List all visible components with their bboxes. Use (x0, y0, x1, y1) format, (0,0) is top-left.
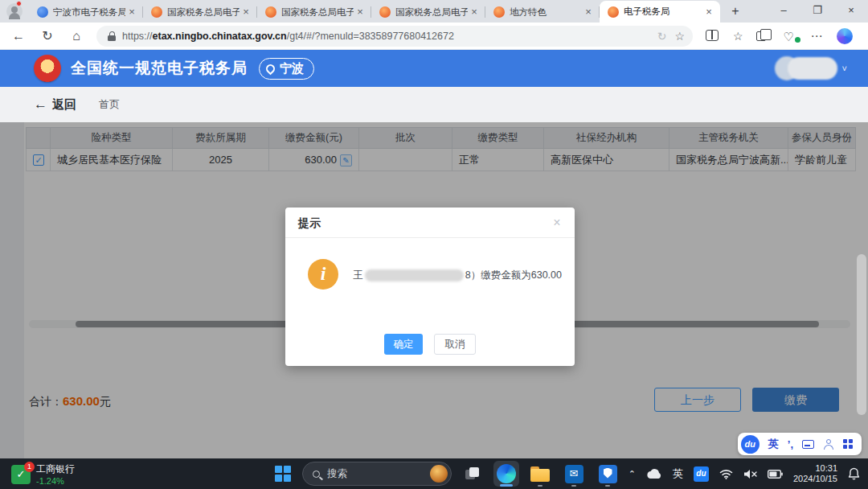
tab-favicon (265, 6, 276, 18)
dialog-footer: 确定 取消 (285, 334, 575, 355)
wifi-icon[interactable] (719, 469, 733, 479)
national-emblem-logo (34, 55, 61, 82)
back-button[interactable]: ← (8, 26, 29, 47)
system-tray: ⌃ 英 du 10:31 2024/10/15 (628, 458, 860, 489)
search-placeholder: 搜索 (327, 467, 430, 481)
collections-icon[interactable] (756, 30, 771, 43)
breadcrumb-home[interactable]: 首页 (99, 97, 120, 112)
tray-clock[interactable]: 10:31 2024/10/15 (793, 463, 837, 484)
tabs-container: 宁波市电子税务局_首 × 国家税务总局电子税 × 国家税务总局电子税 × 国家税… (29, 0, 746, 23)
stock-change: -1.24% (36, 476, 75, 486)
baidu-ime-logo[interactable]: du (741, 435, 760, 454)
profile-person-icon (11, 6, 18, 13)
tray-baidu-ime-icon[interactable]: du (694, 466, 709, 482)
tab-label: 国家税务总局电子税 (167, 6, 240, 18)
page-back-button[interactable]: ← 返回 (34, 97, 76, 113)
tab-sat-etax-1[interactable]: 国家税务总局电子税 × (143, 2, 257, 23)
dialog-title: 提示 (298, 216, 321, 231)
tab-label: 电子税务局 (624, 6, 702, 18)
tab-close-icon[interactable]: × (125, 6, 138, 18)
start-button[interactable] (275, 466, 291, 482)
stock-name: 工商银行 (36, 462, 75, 476)
tab-sat-etax-2[interactable]: 国家税务总局电子税 × (257, 2, 371, 23)
tab-label: 国家税务总局电子税 (281, 6, 354, 18)
tab-ningbo-etax[interactable]: 宁波市电子税务局_首 × (29, 2, 143, 23)
region-badge[interactable]: 宁波 (259, 58, 314, 80)
favorites-icon[interactable]: ☆ (733, 30, 743, 43)
ime-account-icon[interactable] (823, 439, 834, 450)
address-bar[interactable]: https://etax.ningbo.chinatax.gov.cn/gt4/… (96, 26, 693, 47)
ime-language-mode[interactable]: 英 (768, 437, 779, 451)
tab-favicon (379, 6, 391, 18)
window-controls: – ❐ × (767, 0, 868, 23)
chevron-down-icon: ˅ (842, 64, 847, 73)
close-window-button[interactable]: × (834, 0, 868, 23)
tab-label: 国家税务总局电子税 (395, 6, 468, 18)
tab-favicon (151, 6, 162, 18)
bookmark-star-icon[interactable]: ☆ (674, 30, 685, 43)
tab-close-icon[interactable]: × (582, 6, 595, 18)
lock-icon (108, 31, 116, 41)
vertical-scrollbar-thumb[interactable] (857, 254, 866, 415)
split-screen-icon[interactable] (706, 30, 720, 43)
tab-favicon (493, 6, 505, 18)
profile-notification-dot (16, 1, 22, 6)
user-account-menu[interactable]: ˅ (775, 56, 847, 80)
browser-essentials-icon[interactable]: ♡ (784, 30, 798, 43)
tray-ime-language[interactable]: 英 (673, 466, 683, 481)
hidden-icons-chevron[interactable]: ⌃ (628, 469, 636, 479)
tab-close-icon[interactable]: × (354, 6, 366, 18)
tab-sat-etax-3[interactable]: 国家税务总局电子税 × (371, 2, 485, 23)
tray-time: 10:31 (793, 463, 837, 474)
restore-button[interactable]: ❐ (800, 0, 834, 23)
ime-menu-grid-icon[interactable] (843, 439, 854, 450)
dialog-close-icon[interactable]: × (549, 215, 565, 231)
cancel-button[interactable]: 取消 (434, 334, 476, 355)
home-button[interactable]: ⌂ (66, 26, 87, 47)
user-name-redacted (788, 57, 837, 80)
info-icon: i (308, 259, 338, 290)
volume-muted-icon[interactable] (743, 469, 757, 479)
location-pin-icon (264, 62, 277, 75)
dialog-body: i 王 8）缴费金额为630.00 (285, 238, 575, 327)
page-content: ← 返回 首页 险种类型 费款所属期 缴费金额(元) 批次 缴费类型 (0, 87, 868, 458)
stock-widget-icon: ✓ 1 (11, 465, 31, 484)
edge-app-icon[interactable] (493, 461, 519, 487)
page-action-icon[interactable]: ↻ (657, 30, 667, 43)
new-tab-button[interactable]: + (725, 2, 746, 23)
windows-taskbar: ✓ 1 工商银行 -1.24% 搜索 ✉ ⌃ 英 du (0, 458, 868, 489)
tab-label: 地方特色 (510, 6, 582, 18)
tab-etax-active[interactable]: 电子税务局 × (600, 1, 720, 23)
tab-close-icon[interactable]: × (702, 6, 715, 18)
tray-date: 2024/10/15 (793, 474, 837, 484)
settings-menu-icon[interactable]: ⋯ (811, 29, 824, 43)
search-highlight-image (430, 465, 448, 483)
taskbar-app-icons: ✉ (460, 461, 620, 487)
toolbar-right-icons: ☆ ♡ ⋯ (706, 28, 853, 44)
minimize-button[interactable]: – (767, 0, 800, 23)
tab-favicon (37, 6, 48, 18)
onedrive-cloud-icon[interactable] (646, 469, 662, 479)
tab-close-icon[interactable]: × (240, 6, 252, 18)
site-title: 全国统一规范电子税务局 (71, 58, 248, 79)
copilot-icon[interactable] (837, 28, 853, 44)
outlook-app-icon[interactable]: ✉ (561, 461, 587, 487)
notifications-bell-icon[interactable] (848, 467, 860, 480)
confirm-button[interactable]: 确定 (384, 334, 423, 355)
baidu-ime-toolbar: du 英 ’, (738, 433, 862, 455)
tab-close-icon[interactable]: × (468, 6, 481, 18)
ime-punctuation-toggle[interactable]: ’, (788, 438, 793, 450)
screen: 宁波市电子税务局_首 × 国家税务总局电子税 × 国家税务总局电子税 × 国家税… (0, 0, 868, 489)
reload-button[interactable]: ↻ (37, 26, 58, 47)
browser-toolbar: ← ↻ ⌂ https://etax.ningbo.chinatax.gov.c… (0, 23, 868, 50)
dialog-header: 提示 × (285, 208, 575, 238)
taskbar-search-box[interactable]: 搜索 (302, 462, 452, 486)
file-explorer-icon[interactable] (527, 461, 553, 487)
tab-local-features[interactable]: 地方特色 × (485, 2, 600, 23)
taskbar-widget-stock[interactable]: ✓ 1 工商银行 -1.24% (11, 462, 75, 486)
ime-keyboard-icon[interactable] (802, 440, 814, 449)
security-app-icon[interactable] (595, 461, 620, 487)
battery-icon[interactable] (768, 470, 783, 479)
task-view-button[interactable] (460, 461, 485, 487)
url-text: https://etax.ningbo.chinatax.gov.cn/gt4/… (122, 31, 651, 42)
